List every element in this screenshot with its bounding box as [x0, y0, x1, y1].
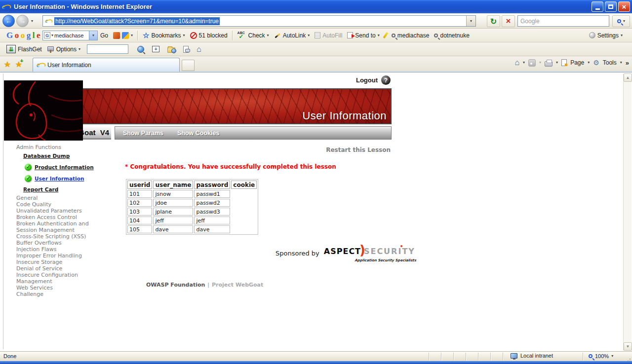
- sidebar-item-broken-access-control[interactable]: Broken Access Control: [16, 214, 106, 220]
- flashget-icon: ⇊: [6, 45, 16, 53]
- chevron-down-icon[interactable]: ▾: [51, 34, 53, 37]
- sidebar-item-user-information[interactable]: User Information: [25, 175, 106, 182]
- tools-menu-label[interactable]: Tools: [603, 59, 617, 66]
- stop-button[interactable]: ×: [502, 15, 515, 27]
- bookmarks-button[interactable]: ☆ Bookmarks ▾: [140, 30, 188, 41]
- flashget-button[interactable]: ⇊ FlashGet: [4, 44, 44, 55]
- chevron-down-icon[interactable]: ▾: [523, 61, 525, 65]
- refresh-button[interactable]: ↻: [487, 15, 500, 27]
- settings-button[interactable]: Settings ▾: [587, 30, 625, 41]
- help-icon[interactable]: ?: [381, 75, 391, 85]
- sidebar-item-code-quality[interactable]: Code Quality: [16, 201, 106, 208]
- google-go-button[interactable]: Go: [98, 30, 111, 41]
- table-cell: 101: [127, 190, 152, 198]
- search-button[interactable]: ▾: [612, 15, 630, 27]
- dotnetnuke-search-button[interactable]: dotnetnuke: [432, 30, 472, 41]
- sidebar-item-report-card[interactable]: Report Card: [23, 186, 106, 193]
- logout-link[interactable]: Logout: [356, 76, 378, 84]
- table-row: 103jplanepasswd3: [127, 208, 257, 216]
- zone-label: Local intranet: [520, 353, 553, 359]
- feeds-icon[interactable]: [528, 59, 536, 67]
- download-folder-icon[interactable]: [167, 47, 175, 53]
- chevron-down-icon[interactable]: ▾: [620, 61, 622, 65]
- resize-grip[interactable]: [625, 354, 631, 360]
- sidebar-item-broken-authentication-and-session-management[interactable]: Broken Authentication and Session Manage…: [16, 220, 106, 233]
- show-params-button[interactable]: Show Params: [123, 130, 163, 137]
- search-site-buttons[interactable]: ▾: [111, 30, 135, 41]
- page-links-icon[interactable]: [183, 46, 189, 53]
- chevron-down-icon: ▾: [79, 47, 80, 51]
- sidebar-item-improper-error-handling[interactable]: Improper Error Handling: [16, 253, 106, 259]
- spellcheck-icon: ABC ✓: [237, 32, 246, 39]
- sidebar-item-denial-of-service[interactable]: Denial of Service: [16, 265, 106, 272]
- sidebar-item-buffer-overflows[interactable]: Buffer Overflows: [16, 240, 106, 246]
- scroll-up-button[interactable]: ▲: [624, 73, 632, 82]
- sidebar-item-database-dump[interactable]: Database Dump: [23, 153, 106, 159]
- page-menu-label[interactable]: Page: [570, 59, 584, 66]
- sidebar-item-general[interactable]: General: [16, 195, 106, 201]
- popup-blocked-button[interactable]: 51 blocked: [188, 30, 230, 41]
- add-favorite-star-icon: ★+: [15, 60, 22, 69]
- minimize-button[interactable]: [592, 1, 603, 12]
- table-cell: [231, 225, 257, 233]
- mediachase-search-button[interactable]: mediachase: [389, 30, 432, 41]
- table-cell: [231, 217, 257, 224]
- search-input[interactable]: [517, 15, 609, 27]
- new-tab-button[interactable]: [182, 60, 195, 71]
- flashget-search-input[interactable]: [87, 44, 128, 54]
- sidebar-item-injection-flaws[interactable]: Injection Flaws: [16, 246, 106, 253]
- zoom-icon: [589, 354, 592, 358]
- project-webgoat-link[interactable]: Project WebGoat: [212, 282, 263, 288]
- google-search-dropdown[interactable]: ▾: [89, 31, 97, 40]
- close-button[interactable]: ×: [618, 1, 630, 12]
- sidebar-item-unvalidated-parameters[interactable]: Unvalidated Parameters: [16, 208, 106, 214]
- autolink-wand-icon: [274, 32, 281, 39]
- address-input[interactable]: e http://neo/WebGoat/attack?Screen=71&me…: [42, 15, 476, 27]
- vertical-scrollbar[interactable]: ▲ ▼: [623, 73, 632, 351]
- chevron-down-icon[interactable]: ▾: [588, 61, 590, 65]
- chevron-down-icon[interactable]: ▾: [611, 354, 613, 358]
- history-dropdown-icon[interactable]: ▾: [31, 19, 33, 23]
- chevron-down-icon[interactable]: ▾: [556, 61, 558, 65]
- sponsor-block: Sponsored by ASPECT ) SECURITY Applicati…: [276, 246, 415, 260]
- google-search-box[interactable]: G ▾ mediachase ▾: [42, 31, 98, 40]
- settings-orb-icon: [589, 32, 595, 38]
- forward-button[interactable]: →: [16, 15, 29, 27]
- tools-gear-icon[interactable]: ⚙: [593, 59, 599, 66]
- add-favorite-button[interactable]: ★+: [13, 59, 24, 70]
- favorites-button[interactable]: ★: [2, 59, 13, 70]
- show-cookies-button[interactable]: Show Cookies: [177, 130, 219, 137]
- tab-user-information[interactable]: e User Information: [33, 58, 180, 72]
- table-cell: jeff: [194, 217, 230, 224]
- search-icon: [434, 34, 438, 37]
- sidebar-item-insecure-storage[interactable]: Insecure Storage: [16, 259, 106, 265]
- spellcheck-button[interactable]: ABC ✓ Check ▾: [235, 30, 272, 41]
- capture-icon[interactable]: +: [152, 46, 159, 52]
- sidebar-item-insecure-configuration-management[interactable]: Insecure Configuration Management: [16, 272, 106, 285]
- sidebar-item-admin-functions[interactable]: Admin Functions: [16, 144, 106, 150]
- page-menu-icon[interactable]: [561, 59, 567, 66]
- more-commands-icon[interactable]: »: [626, 59, 629, 67]
- sidebar-item-challenge[interactable]: Challenge: [16, 291, 106, 297]
- restore-button[interactable]: [605, 1, 617, 12]
- sidebar-item-web-services[interactable]: Web Services: [16, 285, 106, 291]
- address-dropdown-button[interactable]: ▾: [466, 16, 475, 26]
- home-icon[interactable]: ⌂: [514, 59, 519, 67]
- flashget-home-icon[interactable]: ⌂: [197, 45, 201, 53]
- highlighter-button[interactable]: [382, 30, 389, 41]
- sidebar-item-product-information[interactable]: Product Information: [25, 164, 106, 171]
- favorites-star-icon: ★: [4, 60, 11, 69]
- back-button[interactable]: ←: [2, 15, 15, 27]
- flashget-options-button[interactable]: Options ▾: [44, 44, 83, 55]
- restart-lesson-link[interactable]: Restart this Lesson: [247, 146, 391, 153]
- print-icon[interactable]: [545, 61, 553, 67]
- zoom-control[interactable]: 100% ▾: [589, 353, 613, 359]
- autolink-button[interactable]: AutoLink ▾: [272, 30, 313, 41]
- table-cell: 103: [127, 208, 152, 216]
- owasp-foundation-link[interactable]: OWASP Foundation: [146, 282, 205, 288]
- scroll-down-button[interactable]: ▼: [624, 342, 632, 351]
- web-search-icon[interactable]: [137, 46, 144, 53]
- send-to-button[interactable]: Send to ▾: [345, 30, 382, 41]
- google-logo-letter: G: [6, 31, 13, 40]
- sidebar-item-cross-site-scripting-xss[interactable]: Cross-Site Scripting (XSS): [16, 233, 106, 240]
